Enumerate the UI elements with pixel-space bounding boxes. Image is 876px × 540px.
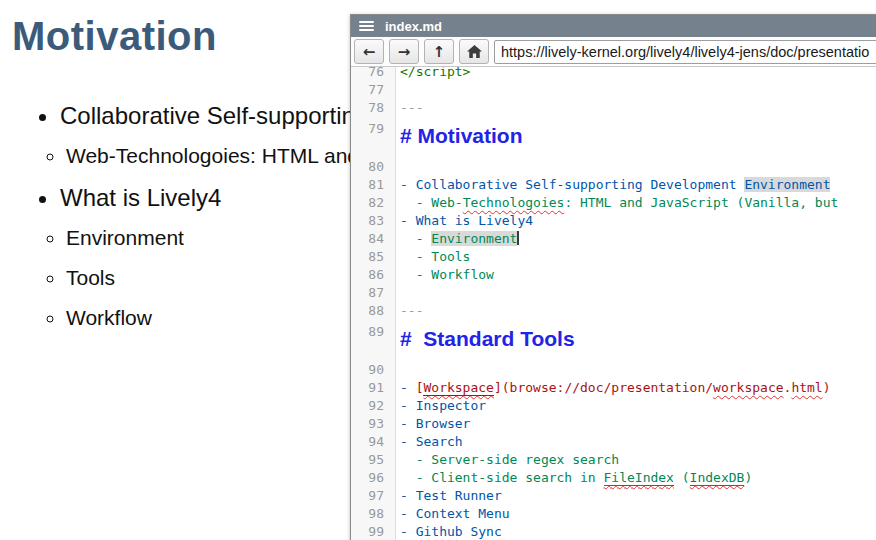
code-token: --- xyxy=(400,303,423,318)
window-title: index.md xyxy=(385,19,442,34)
line-number: 92 xyxy=(351,397,395,415)
line-number: 93 xyxy=(351,415,395,433)
code-token: FileIndex xyxy=(604,470,674,486)
code-line[interactable]: 85 - Tools xyxy=(351,248,876,266)
code-token: - Tools xyxy=(400,249,470,264)
code-token: Workspace xyxy=(423,380,493,396)
code-text: - Client-side search in FileIndex (Index… xyxy=(395,469,876,487)
code-text: - Server-side regex search xyxy=(395,451,876,469)
line-number: 82 xyxy=(351,194,395,212)
code-text: - Web-Technologoies: HTML and JavaScript… xyxy=(395,194,876,212)
code-line[interactable]: 77 xyxy=(351,81,876,99)
line-number: 96 xyxy=(351,469,395,487)
code-token: - Workflow xyxy=(400,267,494,282)
code-text: - Environment xyxy=(395,230,876,248)
navigation-toolbar: ← → ↑ xyxy=(351,37,876,67)
code-line[interactable]: 92- Inspector xyxy=(351,397,876,415)
forward-arrow-icon: → xyxy=(398,43,411,61)
line-number: 84 xyxy=(351,230,395,248)
code-token: - Web- xyxy=(400,195,463,210)
line-number: 99 xyxy=(351,523,395,540)
text-cursor xyxy=(517,231,519,245)
line-number: 97 xyxy=(351,487,395,505)
code-text: - Test Runner xyxy=(395,487,876,505)
code-token: - Browser xyxy=(400,416,470,431)
code-token: - xyxy=(400,380,416,395)
line-number: 83 xyxy=(351,212,395,230)
code-line[interactable]: 94- Search xyxy=(351,433,876,451)
line-number: 81 xyxy=(351,176,395,194)
line-number: 91 xyxy=(351,379,395,397)
code-text xyxy=(395,81,876,99)
code-line[interactable]: 91- [Workspace](browse://doc/presentatio… xyxy=(351,379,876,397)
code-line[interactable]: 88--- xyxy=(351,302,876,320)
line-number: 80 xyxy=(351,158,395,176)
up-button[interactable]: ↑ xyxy=(424,39,454,64)
home-button[interactable] xyxy=(459,39,489,64)
code-line[interactable]: 87 xyxy=(351,284,876,302)
code-token: - Test Runner xyxy=(400,488,502,503)
code-text: - Github Sync xyxy=(395,523,876,540)
url-input[interactable] xyxy=(494,40,876,64)
code-token: ](browse://doc/presentation/ xyxy=(494,380,713,395)
menu-icon[interactable] xyxy=(359,21,374,31)
code-token: : HTML and JavaScript (Vanilla, but xyxy=(564,195,838,210)
line-number: 94 xyxy=(351,433,395,451)
code-text xyxy=(395,284,876,302)
window-titlebar[interactable]: index.md xyxy=(351,15,876,37)
code-token: - What is Lively4 xyxy=(400,213,533,228)
code-line[interactable]: 95 - Server-side regex search xyxy=(351,451,876,469)
code-line[interactable]: 93- Browser xyxy=(351,415,876,433)
code-line[interactable]: 90 xyxy=(351,361,876,379)
line-number: 78 xyxy=(351,99,395,117)
line-number: 86 xyxy=(351,266,395,284)
code-token: Sync xyxy=(463,524,502,539)
code-token: - Inspector xyxy=(400,398,486,413)
code-line[interactable]: 83- What is Lively4 xyxy=(351,212,876,230)
code-token: # Standard Tools xyxy=(400,327,575,350)
code-token: - Search xyxy=(400,434,463,449)
code-line[interactable]: 80 xyxy=(351,158,876,176)
code-text: - [Workspace](browse://doc/presentation/… xyxy=(395,379,876,397)
code-text: --- xyxy=(395,99,876,117)
line-number: 87 xyxy=(351,284,395,302)
code-text: - Browser xyxy=(395,415,876,433)
line-number: 77 xyxy=(351,81,395,99)
code-text: # Standard Tools xyxy=(395,320,876,361)
code-line[interactable]: 79# Motivation xyxy=(351,117,876,158)
code-text: - What is Lively4 xyxy=(395,212,876,230)
code-token: --- xyxy=(400,100,423,115)
code-token: IndexDB xyxy=(690,470,745,486)
forward-button[interactable]: → xyxy=(389,39,419,64)
line-number: 79 xyxy=(351,117,395,158)
code-token: - Context Menu xyxy=(400,506,510,521)
back-button[interactable]: ← xyxy=(354,39,384,64)
code-line[interactable]: 99- Github Sync xyxy=(351,523,876,540)
code-text: - Workflow xyxy=(395,266,876,284)
line-number: 76 xyxy=(351,67,395,81)
code-token: - xyxy=(400,524,416,539)
code-line[interactable]: 86 - Workflow xyxy=(351,266,876,284)
code-line[interactable]: 76</script> xyxy=(351,67,876,81)
code-token: # Motivation xyxy=(400,124,523,147)
code-line[interactable]: 96 - Client-side search in FileIndex (In… xyxy=(351,469,876,487)
code-text: - Collaborative Self-supporting Developm… xyxy=(395,176,876,194)
code-token: - Server-side regex search xyxy=(400,452,619,467)
line-number: 88 xyxy=(351,302,395,320)
code-editor: 76</script>7778---79# Motivation8081- Co… xyxy=(351,67,876,540)
code-line[interactable]: 89# Standard Tools xyxy=(351,320,876,361)
line-number: 90 xyxy=(351,361,395,379)
browser-window: index.md ← → ↑ 76</script>7778---79# Mot… xyxy=(350,14,876,540)
home-icon xyxy=(467,45,482,59)
code-text: - Tools xyxy=(395,248,876,266)
code-text xyxy=(395,361,876,379)
code-line[interactable]: 97- Test Runner xyxy=(351,487,876,505)
code-scroll-area: 76</script>7778---79# Motivation8081- Co… xyxy=(351,67,876,540)
code-line[interactable]: 81- Collaborative Self-supporting Develo… xyxy=(351,176,876,194)
code-line[interactable]: 78--- xyxy=(351,99,876,117)
code-token: workspace xyxy=(713,380,783,395)
code-line[interactable]: 98- Context Menu xyxy=(351,505,876,523)
code-line[interactable]: 84 - Environment xyxy=(351,230,876,248)
code-line[interactable]: 82 - Web-Technologoies: HTML and JavaScr… xyxy=(351,194,876,212)
line-number: 95 xyxy=(351,451,395,469)
